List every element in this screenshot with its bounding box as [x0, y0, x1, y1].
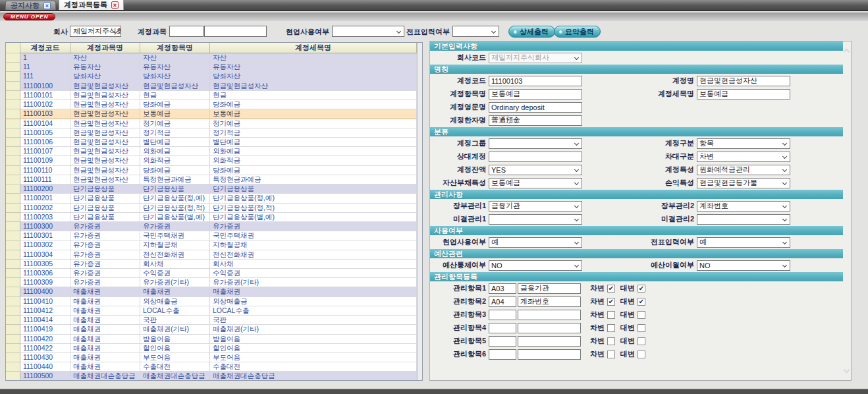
row-selector-cell[interactable] [6, 297, 20, 306]
mgmt-item-6-code-field[interactable] [489, 349, 516, 360]
profit-loss-attribute-select[interactable]: 현금및현금등가물 [697, 178, 790, 188]
table-scrollbar-track[interactable] [417, 316, 422, 325]
table-row[interactable]: 11100412 매출채권 LOCAL수출 LOCAL수출 [6, 306, 422, 316]
pending-mgmt1-select[interactable] [489, 214, 582, 225]
table-scrollbar-track[interactable] [417, 269, 422, 278]
table-row[interactable]: 11100422 매출채권 할인어음 할인어음 [6, 344, 422, 353]
tab-close-icon[interactable]: × [43, 2, 51, 9]
table-row[interactable]: 11100300 유가증권 유가증권 유가증권 [6, 222, 422, 231]
mgmt-item-2-credit-checkbox[interactable] [637, 298, 645, 306]
table-scrollbar-track[interactable] [417, 100, 422, 109]
row-selector-cell[interactable] [6, 63, 20, 72]
table-row[interactable]: 11100202 단기금융상품 단기금융상품(정,적) 단기금융상품(정,적) [6, 204, 422, 213]
table-row[interactable]: 11100104 현금및현금성자산 정기예금 정기예금 [6, 119, 422, 128]
row-selector-cell[interactable] [6, 72, 20, 81]
mgmt-item-3-name-field[interactable] [518, 310, 581, 320]
table-scrollbar-track[interactable] [417, 325, 422, 334]
table-scrollbar-track[interactable] [417, 63, 422, 72]
table-scrollbar-track[interactable] [417, 260, 422, 269]
row-selector-cell[interactable] [6, 138, 20, 147]
table-scrollbar-track[interactable] [417, 119, 422, 128]
account-group-select[interactable] [489, 138, 582, 149]
table-scrollbar-track[interactable] [417, 72, 422, 81]
table-row[interactable]: 11100305 유가증권 회사채 회사채 [6, 260, 422, 269]
row-selector-cell[interactable] [6, 166, 20, 175]
row-selector-cell[interactable] [6, 91, 20, 100]
table-row[interactable]: 1 자산 자산 자산 [6, 53, 422, 63]
mgmt-item-6-credit-checkbox[interactable] [637, 351, 645, 358]
table-row[interactable]: 11100500 매출채권대손충당금 매출채권대손충당금 매출채권대손충당금 [6, 372, 422, 380]
table-scrollbar-track[interactable] [417, 306, 422, 316]
table-row[interactable]: 11100309 유가증권 유가증권(기타) 유가증권(기타) [6, 278, 422, 287]
ledger-mgmt1-select[interactable]: 금융기관 [489, 201, 582, 211]
mgmt-item-5-code-field[interactable] [489, 336, 516, 347]
account-english-name-field[interactable] [489, 102, 582, 113]
table-scrollbar-track[interactable] [417, 109, 422, 119]
mgmt-item-3-code-field[interactable] [489, 310, 516, 320]
row-selector-cell[interactable] [6, 325, 20, 334]
table-row[interactable]: 11100400 매출채권 매출채권 매출채권 [6, 287, 422, 296]
counter-account-field[interactable] [489, 152, 582, 162]
table-scrollbar-track[interactable] [417, 128, 422, 138]
table-row[interactable]: 111 당좌자산 당좌자산 당좌자산 [6, 72, 422, 81]
row-selector-cell[interactable] [6, 82, 20, 91]
table-row[interactable]: 11100419 매출채권 매출채권(기타) 매출채권(기타) [6, 325, 422, 334]
account-chinese-name-field[interactable] [489, 115, 582, 126]
table-scrollbar-track[interactable] [417, 138, 422, 147]
mgmt-item-2-name-field[interactable] [518, 296, 581, 307]
account-item-name-field[interactable] [489, 89, 582, 99]
mgmt-item-4-name-field[interactable] [518, 323, 581, 333]
mgmt-item-2-code-field[interactable] [489, 296, 516, 307]
mgmt-item-1-name-field[interactable] [518, 283, 581, 294]
company-code-select[interactable]: 제일저지주식회사 [489, 53, 582, 63]
row-selector-cell[interactable] [6, 269, 20, 278]
budget-control-select[interactable]: NO [489, 260, 582, 271]
table-row[interactable]: 11100200 단기금융상품 단기금융상품 단기금융상품 [6, 184, 422, 194]
row-selector-cell[interactable] [6, 100, 20, 109]
mgmt-item-1-code-field[interactable] [489, 283, 516, 294]
table-row[interactable]: 11100414 매출채권 국판 국판 [6, 316, 422, 325]
account-detail-name-field[interactable] [697, 89, 790, 99]
mgmt-item-5-name-field[interactable] [518, 336, 581, 347]
table-scrollbar-track[interactable] [417, 240, 422, 250]
table-scrollbar-track[interactable] [417, 166, 422, 175]
table-scrollbar-track[interactable] [417, 91, 422, 100]
row-selector-cell[interactable] [6, 240, 20, 250]
mgmt-item-4-debit-checkbox[interactable] [607, 324, 615, 332]
slip-entry-filter-select[interactable] [452, 26, 499, 37]
table-row[interactable]: 11100100 현금및현금성자산 현금및현금성자산 현금및현금성자산 [6, 82, 422, 91]
table-row[interactable]: 11100304 유가증권 전신전화채권 전신전화채권 [6, 250, 422, 260]
table-scrollbar-track[interactable] [417, 194, 422, 203]
table-row[interactable]: 11100410 매출채권 외상매출금 외상매출금 [6, 297, 422, 306]
table-row[interactable]: 11100306 유가증권 수익증권 수익증권 [6, 269, 422, 278]
table-scrollbar-track[interactable] [417, 82, 422, 91]
detail-print-button[interactable]: 상세출력 [508, 26, 555, 38]
table-row[interactable]: 11100201 단기금융상품 단기금융상품(정,예) 단기금융상품(정,예) [6, 194, 422, 203]
slip-entry-select[interactable]: 예 [697, 237, 790, 248]
row-selector-cell[interactable] [6, 213, 20, 222]
tab-close-icon[interactable]: × [111, 1, 119, 9]
table-scrollbar-track[interactable] [417, 362, 422, 372]
company-select[interactable]: 제일저지주식회사 [70, 26, 121, 37]
table-row[interactable]: 11100103 현금및현금성자산 보통예금 보통예금 [6, 109, 422, 119]
row-selector-cell[interactable] [6, 109, 20, 119]
mgmt-item-3-debit-checkbox[interactable] [607, 311, 615, 319]
table-row[interactable]: 11100302 유가증권 지하철공채 지하철공채 [6, 240, 422, 250]
table-scrollbar-track[interactable] [417, 53, 422, 63]
table-row[interactable]: 11 유동자산 유동자산 유동자산 [6, 63, 422, 72]
table-scrollbar-track[interactable] [417, 156, 422, 165]
account-name-field[interactable] [697, 76, 790, 86]
table-scrollbar-track[interactable] [417, 372, 422, 380]
table-row[interactable]: 11100440 매출채권 수출대전 수출대전 [6, 362, 422, 372]
account-subject-code-input[interactable] [169, 26, 203, 37]
budget-carryover-select[interactable]: NO [697, 260, 790, 271]
tab-notice[interactable]: 공지사항 × [5, 1, 56, 10]
table-row[interactable]: 11100301 유가증권 국민주택채권 국민주택채권 [6, 231, 422, 240]
table-scrollbar-track[interactable] [417, 184, 422, 194]
row-selector-cell[interactable] [6, 335, 20, 344]
row-selector-cell[interactable] [6, 147, 20, 156]
mgmt-item-4-code-field[interactable] [489, 323, 516, 333]
field-use-filter-select[interactable] [332, 26, 404, 37]
chevron-down-icon[interactable] [844, 367, 850, 374]
account-division-select[interactable]: 항목 [697, 138, 790, 149]
